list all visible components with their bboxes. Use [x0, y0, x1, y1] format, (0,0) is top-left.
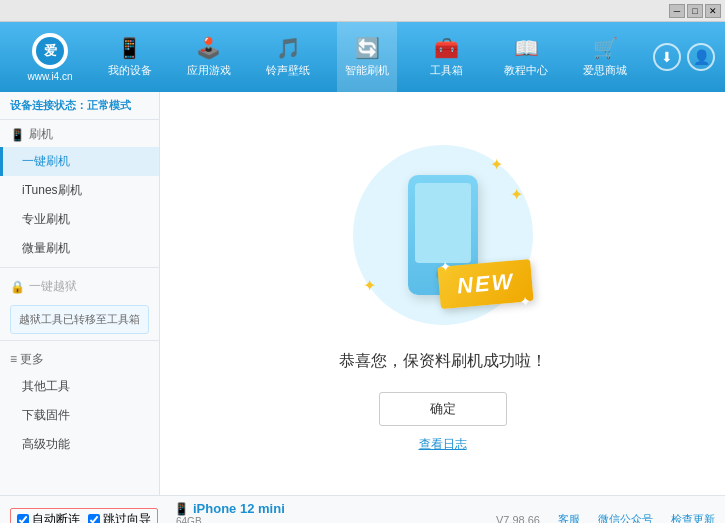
nav-smart-flash[interactable]: 🔄 智能刷机	[337, 22, 397, 92]
sidebar-item-pro-flash[interactable]: 专业刷机	[0, 205, 159, 234]
pro-flash-label: 专业刷机	[22, 212, 70, 226]
itunes-flash-label: iTunes刷机	[22, 183, 82, 197]
sparkle-3: ✦	[363, 276, 376, 295]
more-label: 更多	[20, 352, 44, 366]
skip-wizard-label: 跳过向导	[103, 511, 151, 523]
sidebar-flash-section: 📱 刷机	[0, 120, 159, 147]
bottom-area: 自动断连 跳过向导 📱 iPhone 12 mini 64GB Down-12m…	[0, 495, 725, 523]
toolbox-icon: 🧰	[434, 36, 459, 60]
sparkle-2: ✦	[510, 185, 523, 204]
minimize-button[interactable]: ─	[669, 4, 685, 18]
more-section-label: ≡	[10, 352, 20, 366]
nav-apps-games[interactable]: 🕹️ 应用游戏	[179, 22, 239, 92]
nav-toolbox-label: 工具箱	[430, 63, 463, 78]
download-firmware-label: 下载固件	[22, 408, 70, 422]
nav-toolbox[interactable]: 🧰 工具箱	[417, 22, 477, 92]
sidebar-item-advanced[interactable]: 高级功能	[0, 430, 159, 459]
nav-store-label: 爱思商城	[583, 63, 627, 78]
device-icon: 📱	[117, 36, 142, 60]
logo-circle: 爱	[32, 33, 68, 69]
jailbreak-section-label: 一键越狱	[29, 278, 77, 295]
success-message: 恭喜您，保资料刷机成功啦！	[339, 351, 547, 372]
user-button[interactable]: 👤	[687, 43, 715, 71]
sidebar-item-one-click-flash[interactable]: 一键刷机	[0, 147, 159, 176]
confirm-button[interactable]: 确定	[379, 392, 507, 426]
header: 爱 www.i4.cn 📱 我的设备 🕹️ 应用游戏 🎵 铃声壁纸 🔄 智能刷机…	[0, 22, 725, 92]
window-controls: ─ □ ✕	[669, 4, 721, 18]
jailbreak-notice: 越狱工具已转移至工具箱	[10, 305, 149, 334]
sidebar-more-section: ≡ 更多	[0, 345, 159, 372]
smart-flash-icon: 🔄	[355, 36, 380, 60]
nav-ringtones[interactable]: 🎵 铃声壁纸	[258, 22, 318, 92]
nav-store[interactable]: 🛒 爱思商城	[575, 22, 635, 92]
nav-ringtones-label: 铃声壁纸	[266, 63, 310, 78]
main-area: 设备连接状态：正常模式 📱 刷机 一键刷机 iTunes刷机 专业刷机 微量刷机…	[0, 92, 725, 495]
sidebar: 设备连接状态：正常模式 📱 刷机 一键刷机 iTunes刷机 专业刷机 微量刷机…	[0, 92, 160, 495]
new-badge: ✦ NEW ✦	[438, 259, 535, 309]
customer-service-link[interactable]: 客服	[558, 512, 580, 523]
bottom-right-links: V7.98.66 客服 微信公众号 检查更新	[496, 512, 715, 523]
nav-apps-label: 应用游戏	[187, 63, 231, 78]
title-bar: ─ □ ✕	[0, 0, 725, 22]
skip-wizard-checkbox-label: 跳过向导	[88, 511, 151, 523]
sidebar-item-itunes-flash[interactable]: iTunes刷机	[0, 176, 159, 205]
device-name-row: 📱 iPhone 12 mini	[174, 501, 285, 516]
advanced-label: 高级功能	[22, 437, 70, 451]
auto-close-checkbox[interactable]	[17, 514, 29, 524]
sidebar-divider-1	[0, 267, 159, 268]
maximize-button[interactable]: □	[687, 4, 703, 18]
star-bottom-right: ✦	[520, 293, 533, 310]
connection-status: 设备连接状态：正常模式	[0, 92, 159, 120]
device-info-section: 📱 iPhone 12 mini 64GB Down-12mini-13,1	[174, 501, 285, 523]
ringtones-icon: 🎵	[276, 36, 301, 60]
status-value: 正常模式	[87, 99, 131, 111]
header-actions: ⬇ 👤	[653, 43, 715, 71]
nav-tutorials[interactable]: 📖 教程中心	[496, 22, 556, 92]
new-text: NEW	[456, 268, 515, 299]
phone-screen	[415, 183, 471, 263]
device-bar: 自动断连 跳过向导 📱 iPhone 12 mini 64GB Down-12m…	[0, 495, 725, 523]
logo: 爱 www.i4.cn	[10, 27, 90, 87]
nav-my-device-label: 我的设备	[108, 63, 152, 78]
logo-text: www.i4.cn	[27, 71, 72, 82]
jailbreak-notice-text: 越狱工具已转移至工具箱	[19, 313, 140, 325]
sidebar-item-other-tools[interactable]: 其他工具	[0, 372, 159, 401]
nav-smart-flash-label: 智能刷机	[345, 63, 389, 78]
sidebar-item-micro-flash[interactable]: 微量刷机	[0, 234, 159, 263]
one-click-flash-label: 一键刷机	[22, 154, 70, 168]
other-tools-label: 其他工具	[22, 379, 70, 393]
version-text: V7.98.66	[496, 514, 540, 524]
main-content: ✦ ✦ ✦ ✦ NEW ✦ 恭喜您，保资料刷机成功啦！ 确定 查看日志	[160, 92, 725, 495]
store-icon: 🛒	[593, 36, 618, 60]
tutorials-icon: 📖	[514, 36, 539, 60]
device-name: iPhone 12 mini	[193, 501, 285, 516]
jailbreak-section-icon: 🔒	[10, 280, 25, 294]
sidebar-divider-2	[0, 340, 159, 341]
nav-tutorials-label: 教程中心	[504, 63, 548, 78]
flash-section-icon: 📱	[10, 128, 25, 142]
checkboxes-container: 自动断连 跳过向导	[10, 508, 158, 523]
device-storage: 64GB	[174, 516, 285, 523]
auto-close-checkbox-label: 自动断连	[17, 511, 80, 523]
apps-icon: 🕹️	[196, 36, 221, 60]
device-phone-icon: 📱	[174, 502, 189, 516]
wechat-official-link[interactable]: 微信公众号	[598, 512, 653, 523]
skip-wizard-checkbox[interactable]	[88, 514, 100, 524]
sidebar-jailbreak-section: 🔒 一键越狱	[0, 272, 159, 299]
close-button[interactable]: ✕	[705, 4, 721, 18]
nav-bar: 📱 我的设备 🕹️ 应用游戏 🎵 铃声壁纸 🔄 智能刷机 🧰 工具箱 📖 教程中…	[90, 22, 645, 92]
check-update-link[interactable]: 检查更新	[671, 512, 715, 523]
flash-section-label: 刷机	[29, 126, 53, 143]
micro-flash-label: 微量刷机	[22, 241, 70, 255]
star-top-left: ✦	[439, 257, 452, 274]
sidebar-item-download-firmware[interactable]: 下载固件	[0, 401, 159, 430]
checkbox-group: 自动断连 跳过向导	[10, 508, 158, 523]
auto-close-label: 自动断连	[32, 511, 80, 523]
download-button[interactable]: ⬇	[653, 43, 681, 71]
status-label: 设备连接状态：	[10, 99, 87, 111]
logo-icon: 爱	[36, 37, 64, 65]
phone-illustration: ✦ ✦ ✦ ✦ NEW ✦	[343, 135, 543, 335]
sparkle-1: ✦	[490, 155, 503, 174]
view-log-link[interactable]: 查看日志	[419, 436, 467, 453]
nav-my-device[interactable]: 📱 我的设备	[100, 22, 160, 92]
